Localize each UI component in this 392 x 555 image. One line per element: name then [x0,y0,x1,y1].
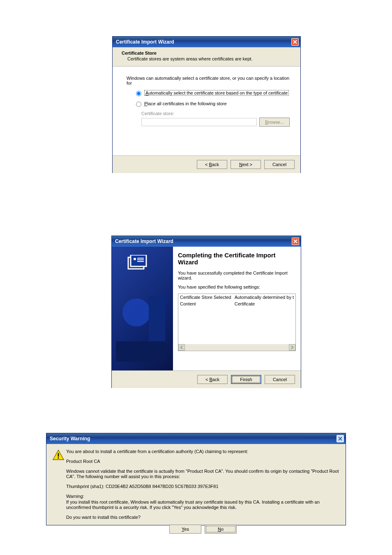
validation-text: Windows cannot validate that the certifi… [66,469,340,480]
intro-text: Windows can automatically select a certi… [127,76,290,86]
svg-point-3 [122,298,150,326]
back-button[interactable]: < Back [197,160,227,169]
warning-text: You are about to install a certificate f… [66,449,340,455]
cert-store-label: Certificate store: [141,111,290,116]
next-button[interactable]: Next > [231,160,261,169]
cancel-button[interactable]: Cancel [265,375,295,384]
browse-button: Browse... [259,118,290,127]
titlebar[interactable]: Security Warning [46,433,346,444]
list-item: Certificate Store Selected Automatically… [178,294,295,301]
svg-rect-1 [131,255,146,266]
warning-icon [52,449,66,525]
close-icon[interactable] [337,435,344,442]
cert-complete-dialog: Certificate Import Wizard Completing the… [111,236,301,388]
cert-store-dialog: Certificate Import Wizard Certificate St… [112,36,301,173]
svg-rect-7 [58,458,59,459]
radio-auto-label[interactable]: Automatically select the certificate sto… [144,90,289,96]
scroll-left-icon[interactable] [178,344,185,351]
security-warning-dialog: Security Warning You are about to instal… [46,433,346,525]
no-button[interactable]: No [205,525,237,534]
wizard-graphic [112,247,173,370]
titlebar[interactable]: Certificate Import Wizard [113,37,300,47]
yes-button[interactable]: Yes [169,525,201,534]
radio-place-label[interactable]: Place all certificates in the following … [144,101,227,106]
warning-detail: Warning: If you install this root certif… [66,494,340,511]
scroll-right-icon[interactable] [289,344,295,351]
confirm-question: Do you want to install this certificate? [66,515,340,520]
page-subheading: Certificate stores are system areas wher… [127,56,293,61]
titlebar[interactable]: Certificate Import Wizard [112,236,301,247]
thumbprint-text: Thumbprint (sha1): CD20E4B2 A52D50B8 844… [66,484,340,490]
window-title: Certificate Import Wizard [116,39,174,45]
list-item: Content Certificate [178,301,295,307]
svg-rect-4 [149,296,165,341]
settings-list: Certificate Store Selected Automatically… [178,294,296,351]
back-button[interactable]: < Back [197,375,228,384]
radio-place[interactable] [136,102,141,107]
radio-auto[interactable] [136,91,141,96]
svg-point-2 [134,258,136,260]
ca-name: Product Root CA [66,459,340,465]
close-icon[interactable] [292,238,299,245]
window-title: Security Warning [50,436,90,442]
close-icon[interactable] [291,38,299,46]
finish-button[interactable]: Finish [231,375,261,384]
page-heading: Certificate Store [122,51,293,56]
cert-store-input [141,118,257,126]
window-title: Certificate Import Wizard [115,238,173,244]
svg-rect-6 [58,453,59,456]
completion-heading: Completing the Certificate Import Wizard [178,252,296,266]
scrollbar[interactable] [178,344,295,351]
cancel-button[interactable]: Cancel [264,160,295,169]
completion-line1: You have successfully completed the Cert… [178,271,296,280]
svg-rect-5 [116,341,165,362]
completion-line2: You have specified the following setting… [178,284,296,289]
